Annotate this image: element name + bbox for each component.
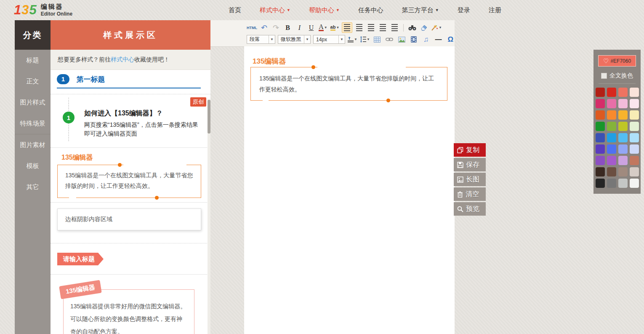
color-swatch[interactable] <box>596 122 605 131</box>
nav-login[interactable]: 登录 <box>458 6 470 14</box>
color-swatch[interactable] <box>630 167 639 176</box>
sidebar-item-title[interactable]: 标题 <box>15 50 51 71</box>
eraser-button[interactable] <box>419 23 429 32</box>
color-swatch[interactable] <box>607 122 616 131</box>
color-swatch[interactable] <box>618 144 628 154</box>
style-item-shadow-box[interactable]: 边框阴影内容区域 <box>51 208 210 243</box>
color-swatch[interactable] <box>596 99 605 108</box>
color-swatch[interactable] <box>596 110 605 120</box>
nav-home[interactable]: 首页 <box>229 6 241 14</box>
insert-link-button[interactable] <box>385 35 394 44</box>
color-swatch[interactable] <box>630 179 639 188</box>
style-item-step-list[interactable]: 原创 1 如何进入【135编辑器】？ 网页搜索“135编辑器”，点击第一条搜索结… <box>51 94 210 148</box>
color-swatch[interactable] <box>630 99 639 108</box>
color-swatch[interactable] <box>596 156 605 165</box>
horizontal-rule-button[interactable]: — <box>434 35 443 44</box>
font-color-button[interactable]: A▼ <box>318 23 328 32</box>
justify-button[interactable] <box>378 23 388 32</box>
special-char-button[interactable]: Ω <box>446 35 455 44</box>
color-swatch[interactable] <box>618 99 628 108</box>
highlight-color-button[interactable]: ab▼ <box>330 23 340 32</box>
scrollbar-thumb[interactable] <box>208 100 210 134</box>
color-swatch[interactable] <box>618 179 628 188</box>
color-swatch[interactable] <box>630 144 639 154</box>
canvas-block-title[interactable]: 135编辑器 <box>253 56 286 66</box>
save-button[interactable]: 保存 <box>454 158 486 171</box>
bold-button[interactable]: B <box>283 23 293 32</box>
sidebar-item-other[interactable]: 其它 <box>15 176 51 198</box>
format-magic-button[interactable]: ▼ <box>431 23 442 32</box>
style-item-rotated-tag[interactable]: 135编辑器 135编辑器提供非常好用的微信图文编辑器。可以随心所欲的变换颜色调… <box>51 275 210 334</box>
checkbox-icon[interactable] <box>601 73 607 79</box>
insert-music-button[interactable]: ♫ <box>421 35 431 44</box>
color-swatch[interactable] <box>630 122 639 131</box>
html-source-button[interactable]: HTML <box>247 23 257 32</box>
color-swatch[interactable] <box>618 133 628 142</box>
color-swatch[interactable] <box>596 179 605 188</box>
sidebar-item-image-material[interactable]: 图片素材 <box>15 134 51 155</box>
sidebar-item-template[interactable]: 模板 <box>15 155 51 176</box>
color-swatch[interactable] <box>607 144 616 154</box>
color-swatch[interactable] <box>596 133 605 142</box>
color-swatch[interactable] <box>607 133 616 142</box>
font-size-select[interactable]: 14px▼ <box>313 35 345 44</box>
copy-button[interactable]: 复制 <box>454 143 486 157</box>
color-swatch[interactable] <box>630 133 639 142</box>
app-logo[interactable]: 135 编辑器 Editor Online <box>14 2 72 18</box>
nav-help-center[interactable]: 帮助中心▼ <box>309 6 340 14</box>
nav-third-party[interactable]: 第三方平台▼ <box>402 6 439 14</box>
paragraph-select[interactable]: 段落▼ <box>247 35 275 44</box>
line-height-button[interactable]: ▼ <box>360 35 370 44</box>
sidebar-item-image-style[interactable]: 图片样式 <box>15 92 51 113</box>
sidebar-item-body-text[interactable]: 正文 <box>15 71 51 92</box>
preview-button[interactable]: 预览 <box>454 202 486 216</box>
current-color-chip[interactable]: ♡ #EF7060 <box>598 55 636 67</box>
color-swatch[interactable] <box>596 167 605 176</box>
font-family-select[interactable]: 微软雅黑▼ <box>278 35 311 44</box>
align-left-button[interactable] <box>342 22 352 33</box>
style-item-arrow-banner[interactable]: 请输入标题 <box>51 243 210 275</box>
style-panel-scrollbar[interactable] <box>208 99 210 334</box>
color-swatch[interactable] <box>607 99 616 108</box>
style-center-link[interactable]: 样式中心 <box>111 56 134 64</box>
italic-button[interactable]: I <box>295 23 304 32</box>
underline-button[interactable]: U <box>306 23 316 32</box>
style-item-numbered-title[interactable]: 1 第一标题 <box>51 70 210 94</box>
insert-image-button[interactable] <box>397 35 407 44</box>
nav-register[interactable]: 注册 <box>489 6 501 14</box>
align-center-button[interactable] <box>354 23 364 32</box>
nav-style-center[interactable]: 样式中心▼ <box>260 6 290 14</box>
color-swatch[interactable] <box>607 179 616 188</box>
sidebar-item-special-scene[interactable]: 特殊场景 <box>15 113 51 134</box>
canvas-orange-border-box[interactable]: 135编辑器是一个在线图文编辑工具，大量节省您排版的时间，让工作更轻松高效。 <box>250 67 447 101</box>
color-swatch[interactable] <box>630 156 639 165</box>
color-swatch[interactable] <box>607 88 616 97</box>
canvas-block-body[interactable]: 135编辑器是一个在线图文编辑工具，大量节省您排版的时间，让工作更轻松高效。 <box>251 67 447 100</box>
style-item-orange-box[interactable]: 135编辑器 135编辑器是一个在线图文编辑工具，大量节省您排版的时间，让工作更… <box>51 148 210 203</box>
editor-canvas[interactable]: 135编辑器 135编辑器是一个在线图文编辑工具，大量节省您排版的时间，让工作更… <box>244 46 455 334</box>
color-swatch[interactable] <box>607 167 616 176</box>
color-swatch[interactable] <box>618 156 628 165</box>
color-swatch[interactable] <box>618 167 628 176</box>
color-swatch[interactable] <box>618 88 628 97</box>
insert-table-button[interactable] <box>373 35 382 44</box>
nav-task-center[interactable]: 任务中心 <box>358 6 383 14</box>
full-text-recolor-toggle[interactable]: 全文换色 <box>599 72 636 84</box>
color-swatch[interactable] <box>607 110 616 120</box>
find-replace-button[interactable] <box>407 23 417 32</box>
color-swatch[interactable] <box>630 88 639 97</box>
color-swatch[interactable] <box>596 88 605 97</box>
text-indent-button[interactable]: ▼ <box>348 35 357 44</box>
color-swatch[interactable] <box>630 110 639 120</box>
color-swatch[interactable] <box>596 144 605 154</box>
redo-button[interactable]: ↷ <box>271 23 281 32</box>
indent-button[interactable] <box>390 23 399 32</box>
long-image-button[interactable]: 长图 <box>454 173 486 186</box>
align-right-button[interactable] <box>366 23 376 32</box>
color-swatch[interactable] <box>607 156 616 165</box>
color-swatch[interactable] <box>618 110 628 120</box>
insert-video-button[interactable] <box>409 35 419 44</box>
undo-button[interactable]: ↶ <box>259 23 269 32</box>
clear-button[interactable]: 清空 <box>454 187 486 201</box>
color-swatch[interactable] <box>618 122 628 131</box>
